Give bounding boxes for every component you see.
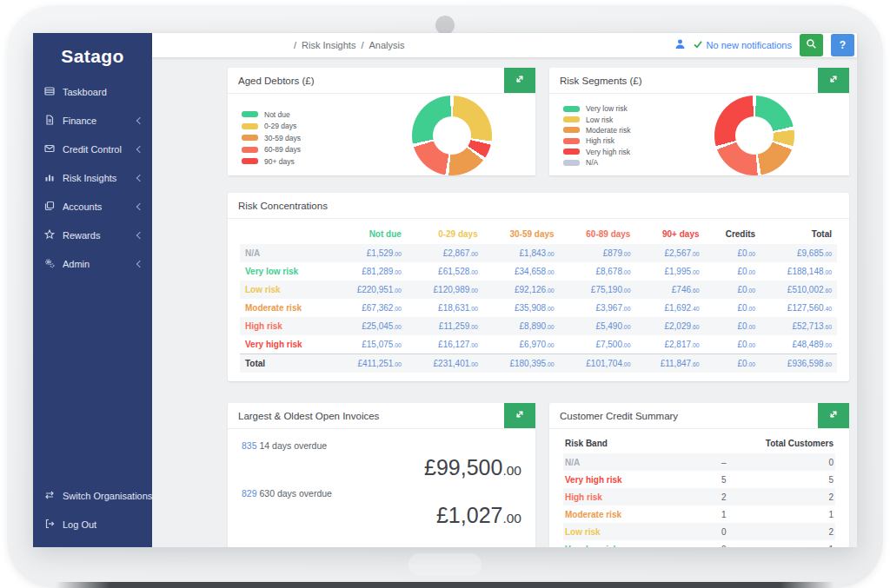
- sidebar-item-rewards[interactable]: Rewards: [33, 221, 152, 249]
- sidebar-item-finance[interactable]: Finance: [33, 106, 152, 135]
- sidebar-item-switch-organisations[interactable]: Switch Organisations: [33, 481, 152, 510]
- amount-link[interactable]: £5,490.00: [595, 321, 630, 331]
- row-label: Low risk: [240, 281, 330, 299]
- row-label: Very high risk: [240, 335, 330, 354]
- column-header-30-59: 30-59 days: [483, 224, 560, 244]
- amount-link[interactable]: £0.00: [738, 303, 756, 313]
- amount-link[interactable]: £746.60: [672, 285, 700, 294]
- sidebar-item-accounts[interactable]: Accounts: [33, 192, 152, 221]
- chevron-left-icon: [136, 260, 143, 267]
- amount-link[interactable]: £0.00: [738, 321, 756, 331]
- notifications-status[interactable]: No new notifications: [694, 40, 792, 50]
- amount-link[interactable]: £48,489.00: [792, 340, 832, 349]
- expand-button[interactable]: [818, 403, 849, 428]
- expand-button[interactable]: [818, 68, 849, 93]
- count-value: 0: [694, 540, 754, 547]
- amount-link[interactable]: £25,045.00: [362, 321, 402, 331]
- amount-link[interactable]: £0.00: [738, 340, 756, 349]
- notifications-label: No new notifications: [707, 40, 792, 50]
- aged-debtors-donut-chart[interactable]: [412, 96, 492, 175]
- amount-link[interactable]: £6,970.00: [520, 340, 555, 349]
- amount-link[interactable]: £34,658.00: [515, 267, 555, 276]
- amount-link[interactable]: £510,002.60: [787, 285, 832, 294]
- amount-link[interactable]: £61,528.00: [438, 267, 478, 276]
- amount-link[interactable]: £18,631.00: [438, 303, 478, 313]
- legend-swatch: [242, 111, 258, 117]
- sidebar-item-risk-insights[interactable]: Risk Insights: [33, 163, 152, 192]
- invoice-overdue-label: 630 days overdue: [259, 488, 331, 499]
- amount-link[interactable]: £8,678.00: [595, 267, 630, 276]
- amount-link[interactable]: £8,890.00: [520, 321, 555, 331]
- invoice-number-link[interactable]: 829: [242, 488, 257, 499]
- amount-link[interactable]: £1,692.40: [664, 303, 699, 313]
- breadcrumb-link-analysis[interactable]: Analysis: [369, 40, 404, 50]
- amount-link[interactable]: £9,685.00: [797, 248, 832, 258]
- amount-link[interactable]: £2,817.00: [664, 340, 699, 349]
- switch-arrows-icon: [44, 490, 55, 502]
- amount-link[interactable]: £11,259.00: [439, 321, 478, 331]
- expand-button[interactable]: [504, 403, 535, 428]
- count-value: –: [694, 453, 754, 471]
- amount-link[interactable]: £180,395.00: [509, 359, 554, 368]
- table-header-row: Risk Band Total Customers: [563, 433, 835, 453]
- sidebar-item-admin[interactable]: Admin: [33, 249, 152, 278]
- amount-link[interactable]: £0.00: [738, 285, 756, 294]
- amount-link[interactable]: £1,995.00: [664, 267, 699, 276]
- amount-link[interactable]: £11,847.60: [661, 359, 700, 368]
- expand-button[interactable]: [504, 68, 535, 93]
- amount-link[interactable]: £2,029.60: [664, 321, 699, 331]
- amount-link[interactable]: £120,989.00: [434, 285, 478, 294]
- amount-link[interactable]: £2,567.00: [664, 248, 699, 258]
- table-row: High risk £25,045.00 £11,259.00 £8,890.0…: [240, 317, 837, 335]
- amount-link[interactable]: £231,401.00: [434, 359, 478, 368]
- legend-swatch: [242, 158, 258, 164]
- amount-link[interactable]: £75,190.00: [591, 285, 631, 294]
- amount-link[interactable]: £1,529.00: [367, 248, 402, 258]
- amount-link[interactable]: £411,251.00: [357, 359, 401, 368]
- amount-link[interactable]: £127,560.40: [787, 303, 832, 313]
- column-header-not-due: Not due: [330, 224, 407, 244]
- amount-link[interactable]: £67,362.00: [362, 303, 402, 313]
- amount-link[interactable]: £15,075.00: [362, 340, 402, 349]
- amount-link[interactable]: £0.00: [738, 248, 756, 258]
- amount-link[interactable]: £16,127.00: [438, 340, 478, 349]
- amount-link[interactable]: £220,951.00: [357, 285, 402, 294]
- chevron-left-icon: [136, 174, 143, 181]
- credit-summary-table: Risk Band Total Customers N/A –: [563, 433, 835, 547]
- amount-link[interactable]: £188,148.00: [787, 267, 832, 276]
- risk-segments-donut-chart[interactable]: [714, 96, 794, 175]
- help-button[interactable]: ?: [831, 34, 854, 56]
- breadcrumb-link-risk-insights[interactable]: Risk Insights: [302, 40, 355, 50]
- card-title: Aged Debtors (£): [238, 76, 315, 86]
- column-header-0-29: 0-29 days: [407, 224, 483, 244]
- user-icon[interactable]: [674, 37, 686, 53]
- table-row: Very high risk 5 5: [563, 471, 835, 488]
- amount-link[interactable]: £879.00: [603, 248, 631, 258]
- amount-link[interactable]: £101,704.00: [586, 359, 630, 368]
- amount-link[interactable]: £2,867.00: [443, 248, 478, 258]
- legend-item: High risk: [563, 135, 631, 146]
- sidebar-item-credit-control[interactable]: Credit Control: [33, 135, 152, 163]
- search-button[interactable]: [800, 34, 823, 56]
- amount-link[interactable]: £0.00: [738, 267, 756, 276]
- invoice-number-link[interactable]: 835: [242, 440, 257, 451]
- legend-swatch: [563, 116, 580, 122]
- risk-concentrations-card: Risk Concentrations Not due 0-29 days 30…: [228, 193, 849, 381]
- total-value: 2: [754, 523, 835, 540]
- amount-link[interactable]: £1,843.00: [520, 248, 555, 258]
- amount-link[interactable]: £35,908.00: [515, 303, 555, 313]
- amount-link[interactable]: £936,598.60: [787, 359, 832, 368]
- table-row: Low risk £220,951.00 £120,989.00 £92,126…: [240, 281, 837, 299]
- sidebar-item-taskboard[interactable]: Taskboard: [33, 77, 152, 106]
- column-header-credits: Credits: [705, 224, 761, 244]
- amount-link[interactable]: £3,967.00: [595, 303, 630, 313]
- amount-link[interactable]: £92,126.00: [515, 285, 555, 294]
- sidebar-item-log-out[interactable]: Log Out: [33, 510, 152, 538]
- amount-link[interactable]: £7,500.00: [595, 340, 630, 349]
- amount-link[interactable]: £81,289.00: [362, 267, 402, 276]
- table-total-row: Total £411,251.00 £231,401.00 £180,395.0…: [240, 354, 837, 373]
- amount-link[interactable]: £52,713.60: [792, 321, 832, 331]
- amount-link[interactable]: £0.00: [738, 359, 756, 368]
- column-header-risk-band: Risk Band: [563, 433, 694, 453]
- logout-icon: [44, 519, 55, 531]
